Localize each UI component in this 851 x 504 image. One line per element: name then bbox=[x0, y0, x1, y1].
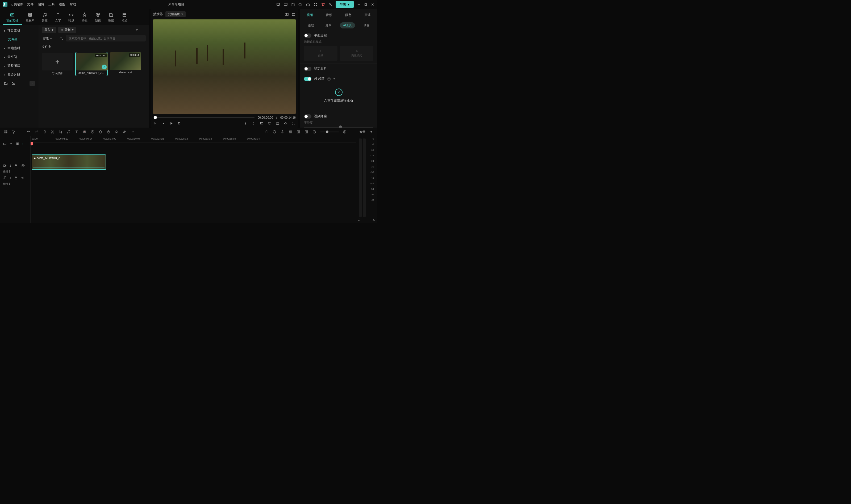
text-tool-icon[interactable] bbox=[74, 130, 79, 134]
device-icon[interactable] bbox=[276, 2, 280, 7]
cart-icon[interactable] bbox=[321, 2, 325, 7]
maximize-icon[interactable] bbox=[364, 3, 368, 6]
shield-icon[interactable] bbox=[272, 130, 277, 134]
stop-icon[interactable] bbox=[177, 121, 181, 125]
sidebar-item-local[interactable]: ▸本地素材 bbox=[0, 44, 39, 53]
tl-opt4-icon[interactable] bbox=[22, 142, 26, 146]
sidebar-item-adjustment[interactable]: ▸调整图层 bbox=[0, 61, 39, 70]
step-back-icon[interactable] bbox=[161, 121, 165, 125]
zoom-in-icon[interactable] bbox=[342, 130, 347, 134]
record-tool-icon[interactable] bbox=[83, 130, 87, 134]
record-dropdown[interactable]: 录制▾ bbox=[58, 27, 76, 33]
tab-filters[interactable]: 滤镜 bbox=[91, 11, 105, 25]
prev-frame-icon[interactable] bbox=[153, 121, 157, 125]
timeline-ruler[interactable]: 00:00 00:00:04:19 00:00:09:14 00:00:14:0… bbox=[31, 137, 356, 143]
video-track-header[interactable]: 1 bbox=[0, 161, 30, 170]
tab-text[interactable]: 文字 bbox=[51, 11, 65, 25]
close-icon[interactable] bbox=[371, 3, 374, 6]
marker-icon[interactable] bbox=[264, 130, 269, 134]
tl-opt1-icon[interactable] bbox=[3, 142, 7, 146]
cloud-icon[interactable] bbox=[298, 2, 303, 7]
sidebar-item-project[interactable]: ▾项目素材 bbox=[0, 26, 39, 35]
headphones-icon[interactable] bbox=[306, 2, 310, 7]
rp-subtab-basic[interactable]: 基础 bbox=[305, 22, 317, 29]
more-icon[interactable] bbox=[141, 28, 146, 32]
folder-icon[interactable] bbox=[11, 82, 15, 86]
rp-tab-speed[interactable]: 变速 bbox=[363, 12, 372, 18]
import-dropdown[interactable]: 导入▾ bbox=[42, 27, 56, 33]
collapse-sidebar-icon[interactable]: ‹ bbox=[30, 81, 35, 86]
fullscreen-icon[interactable] bbox=[291, 121, 296, 125]
tl-opt2-icon[interactable] bbox=[9, 142, 13, 146]
pointer-icon[interactable] bbox=[12, 130, 16, 134]
tl-opt3-icon[interactable] bbox=[15, 142, 20, 146]
media-clip-1[interactable]: 00:00:14 ✓ demo_AIUltraHD_2.... bbox=[76, 52, 107, 76]
import-media-tile[interactable]: + 导入媒体 bbox=[42, 53, 73, 75]
ratio-icon[interactable] bbox=[260, 121, 264, 125]
menu-edit[interactable]: 编辑 bbox=[37, 1, 45, 8]
menu-file[interactable]: 文件 bbox=[26, 1, 34, 8]
render-icon[interactable] bbox=[296, 130, 301, 134]
smoothness-slider[interactable] bbox=[304, 127, 373, 128]
scrub-bar[interactable] bbox=[153, 117, 254, 118]
undo-icon[interactable] bbox=[26, 130, 31, 134]
mic-icon[interactable] bbox=[280, 130, 285, 134]
speaker-icon[interactable] bbox=[21, 176, 25, 180]
tab-templates[interactable]: 模板 bbox=[118, 11, 131, 25]
volume-icon[interactable] bbox=[283, 121, 288, 125]
stabilize-toggle[interactable] bbox=[304, 67, 312, 71]
tab-audio[interactable]: 音频 bbox=[38, 11, 51, 25]
menu-view[interactable]: 视图 bbox=[58, 1, 66, 8]
play-icon[interactable] bbox=[169, 121, 173, 125]
volume-dropdown-icon[interactable]: ▾ bbox=[369, 130, 373, 134]
compare-icon[interactable] bbox=[285, 12, 289, 17]
rp-tab-video[interactable]: 视频 bbox=[305, 12, 315, 18]
timeline-tracks[interactable]: 00:00 00:00:04:19 00:00:09:14 00:00:14:0… bbox=[31, 137, 356, 223]
snapshot-icon[interactable] bbox=[291, 12, 296, 17]
planar-tracking-toggle[interactable] bbox=[304, 34, 312, 38]
screen-icon[interactable] bbox=[283, 2, 288, 7]
audio-track-header[interactable]: 1 bbox=[0, 174, 30, 182]
delete-icon[interactable] bbox=[42, 130, 47, 134]
media-search-input[interactable] bbox=[66, 35, 146, 41]
redo-icon[interactable] bbox=[35, 130, 39, 134]
music-icon[interactable] bbox=[67, 130, 71, 134]
rp-subtab-ai[interactable]: AI工具 bbox=[340, 22, 355, 29]
layout-icon[interactable] bbox=[4, 130, 8, 134]
keyframe-icon[interactable] bbox=[99, 130, 103, 134]
user-icon[interactable] bbox=[328, 2, 333, 7]
eye-icon[interactable] bbox=[21, 163, 25, 168]
rp-tab-color[interactable]: 颜色 bbox=[343, 12, 353, 18]
scrub-handle[interactable] bbox=[154, 116, 157, 119]
slider-thumb[interactable] bbox=[339, 125, 342, 128]
save-icon[interactable] bbox=[291, 2, 295, 7]
camera-icon[interactable] bbox=[276, 121, 280, 125]
display-icon[interactable] bbox=[268, 121, 272, 125]
sidebar-item-folder[interactable]: 文件夹 bbox=[0, 35, 39, 44]
rp-subtab-mask[interactable]: 遮罩 bbox=[322, 22, 335, 29]
ai-tool-icon[interactable] bbox=[114, 130, 119, 134]
playhead[interactable] bbox=[32, 137, 32, 223]
sidebar-item-compound[interactable]: ▸复合片段 bbox=[0, 70, 39, 79]
export-button[interactable]: 导出 ▾ bbox=[336, 1, 354, 8]
quality-dropdown[interactable]: 完整画质▾ bbox=[165, 11, 185, 17]
mark-in-icon[interactable]: { bbox=[244, 121, 248, 125]
cut-icon[interactable] bbox=[51, 130, 55, 134]
minimize-icon[interactable] bbox=[357, 3, 360, 6]
more-tools-icon[interactable] bbox=[130, 130, 135, 134]
apps-icon[interactable] bbox=[313, 2, 318, 7]
speed-tool-icon[interactable] bbox=[90, 130, 95, 134]
ai-ultra-toggle[interactable] bbox=[304, 77, 312, 81]
media-clip-2[interactable]: 00:00:14 demo.mp4 bbox=[110, 52, 141, 75]
sidebar-item-cloud[interactable]: ▸云空间 bbox=[0, 53, 39, 61]
crop-icon[interactable] bbox=[58, 130, 63, 134]
rp-subtab-animation[interactable]: 动画 bbox=[360, 22, 373, 29]
menu-tools[interactable]: 工具 bbox=[48, 1, 55, 8]
new-folder-icon[interactable] bbox=[4, 82, 8, 86]
timer-icon[interactable] bbox=[106, 130, 111, 134]
zoom-slider[interactable] bbox=[320, 131, 339, 132]
timeline-clip[interactable]: ▶ demo_AIUltraHD_2 bbox=[32, 155, 106, 170]
grid-icon[interactable] bbox=[304, 130, 308, 134]
tab-transitions[interactable]: 转场 bbox=[65, 11, 78, 25]
mixer-icon[interactable] bbox=[288, 130, 292, 134]
